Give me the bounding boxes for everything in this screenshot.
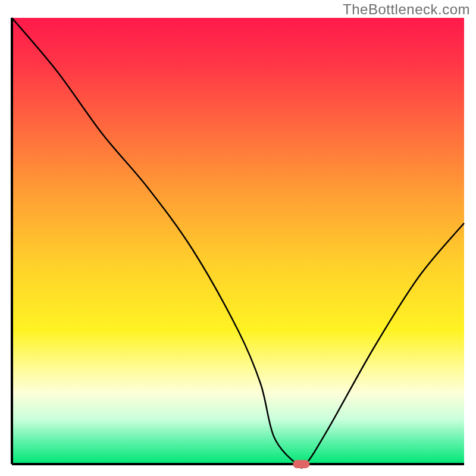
chart-frame: TheBottleneck.com	[0, 0, 476, 476]
bottleneck-plot	[0, 0, 476, 476]
watermark-label: TheBottleneck.com	[343, 1, 470, 18]
plot-background	[12, 18, 464, 464]
optimum-marker	[293, 460, 309, 468]
